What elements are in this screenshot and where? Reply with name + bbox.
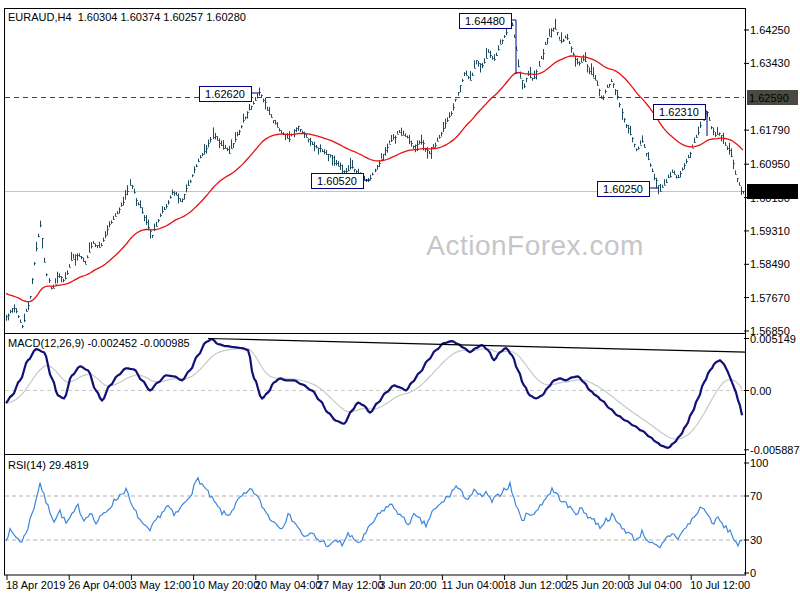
rsi-axis-label: 0 bbox=[750, 567, 756, 579]
date-axis-label: 18 Jun 12:00 bbox=[504, 579, 568, 591]
date-axis-label: 26 Apr 04:00 bbox=[68, 579, 130, 591]
tag-label: 1.60280 bbox=[749, 186, 789, 198]
price-ohlc-bars bbox=[7, 19, 744, 328]
annotation-label: 1.60250 bbox=[603, 183, 643, 195]
price-annotation: 1.60250 bbox=[598, 182, 659, 197]
price-axis-label: 1.58490 bbox=[750, 258, 790, 270]
date-axis-label: 18 Apr 2019 bbox=[6, 579, 65, 591]
annotation-label: 1.62310 bbox=[659, 106, 699, 118]
price-annotation: 1.62620 bbox=[200, 87, 261, 102]
price-annotation: 1.64480 bbox=[460, 14, 517, 75]
macd-y-axis: 0.0051490.00-0.005887 bbox=[744, 333, 800, 456]
annotation-label: 1.62620 bbox=[205, 88, 245, 100]
macd-axis-label: 0.00 bbox=[750, 385, 771, 397]
price-axis-label: 1.57670 bbox=[750, 292, 790, 304]
date-axis-label: 27 May 12:00 bbox=[317, 579, 384, 591]
macd-axis-label: 0.005149 bbox=[750, 333, 796, 345]
price-axis-label: 1.61790 bbox=[750, 124, 790, 136]
moving-average-line bbox=[6, 56, 743, 302]
date-axis-label: 20 May 04:00 bbox=[255, 579, 322, 591]
chart-window: ActionForex.com EURAUD,H4 1.60304 1.6037… bbox=[0, 0, 800, 600]
macd-main-line bbox=[6, 339, 742, 448]
macd-panel-border bbox=[5, 334, 746, 455]
annotation-label: 1.60520 bbox=[317, 175, 357, 187]
tag-label: 1.62590 bbox=[749, 92, 789, 104]
price-axis-label: 1.63430 bbox=[750, 57, 790, 69]
rsi-y-axis: 10070300 bbox=[744, 457, 768, 579]
rsi-line bbox=[6, 478, 742, 548]
date-axis-label: 10 May 20:00 bbox=[193, 579, 260, 591]
rsi-axis-label: 70 bbox=[750, 490, 762, 502]
price-y-axis: 1.642501.634301.617901.609501.601301.593… bbox=[744, 24, 790, 337]
rsi-axis-label: 100 bbox=[750, 457, 768, 469]
date-axis-label: 3 May 12:00 bbox=[130, 579, 191, 591]
price-axis-tag: 1.60280 bbox=[747, 184, 798, 199]
chart-canvas[interactable]: 1.642501.634301.617901.609501.601301.593… bbox=[0, 0, 800, 600]
price-axis-label: 1.64250 bbox=[750, 24, 790, 36]
price-axis-label: 1.60950 bbox=[750, 158, 790, 170]
price-axis-label: 1.59310 bbox=[750, 225, 790, 237]
date-axis-label: 3 Jul 04:00 bbox=[628, 579, 682, 591]
date-axis-label: 10 Jul 12:00 bbox=[690, 579, 750, 591]
macd-axis-label: -0.005887 bbox=[750, 444, 800, 456]
date-axis-label: 25 Jun 20:00 bbox=[566, 579, 630, 591]
x-axis-labels: 18 Apr 201926 Apr 04:003 May 12:0010 May… bbox=[6, 575, 750, 591]
rsi-panel-border bbox=[5, 455, 746, 576]
macd-indicator-header: MACD(12,26,9) -0.002452 -0.000985 bbox=[8, 337, 190, 349]
price-close-ticks bbox=[7, 26, 745, 327]
rsi-axis-label: 30 bbox=[750, 534, 762, 546]
annotation-label: 1.64480 bbox=[465, 15, 505, 27]
date-axis-label: 11 Jun 04:00 bbox=[441, 579, 504, 591]
date-axis-label: 3 Jun 20:00 bbox=[379, 579, 437, 591]
rsi-indicator-header: RSI(14) 29.4819 bbox=[8, 459, 89, 471]
symbol-ohlc-header: EURAUD,H4 1.60304 1.60374 1.60257 1.6028… bbox=[8, 11, 246, 23]
price-axis-tag: 1.62590 bbox=[747, 90, 798, 105]
price-annotation: 1.60520 bbox=[312, 174, 372, 189]
